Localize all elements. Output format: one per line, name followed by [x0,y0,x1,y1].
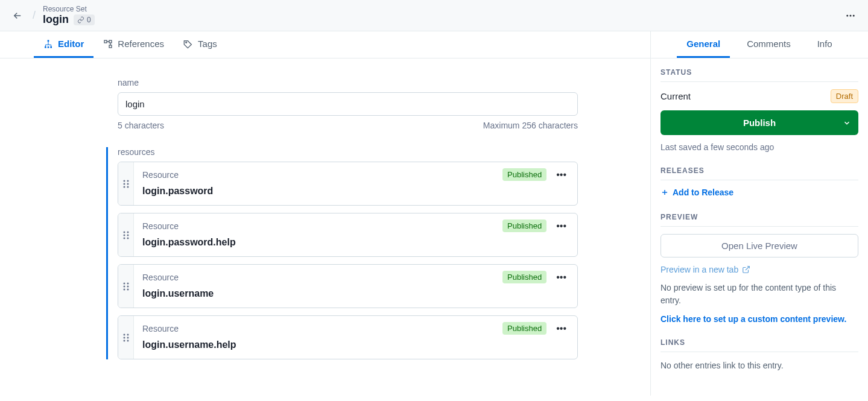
drag-handle[interactable] [118,265,134,308]
tab-references-label: References [118,39,164,49]
svg-point-23 [123,282,125,284]
card-body[interactable]: Resource Published ••• login.password.he… [134,213,577,256]
drag-handle[interactable] [118,316,134,359]
card-more-button[interactable]: ••• [554,272,569,283]
status-badge: Published [502,271,546,283]
back-button[interactable] [10,8,25,24]
resource-type-label: Resource Set [43,5,95,13]
svg-point-10 [186,42,187,43]
svg-point-29 [123,333,125,335]
resource-title: login.username.help [142,339,569,350]
name-input[interactable] [118,92,578,116]
main-tabs: Editor References Tags [0,31,650,58]
svg-rect-3 [48,40,49,42]
tab-editor-label: Editor [58,39,84,49]
svg-point-27 [123,288,125,290]
status-badge: Published [502,322,546,335]
page-title: login [43,13,69,26]
svg-point-20 [127,234,128,236]
drag-handle[interactable] [118,162,134,205]
svg-rect-8 [109,40,112,43]
svg-point-19 [123,234,125,236]
preview-new-tab-label: Preview in a new tab [661,265,738,274]
panel-releases: RELEASES Add to Release [651,157,868,203]
main-column: Editor References Tags name 5 charact [0,31,651,396]
drag-handle[interactable] [118,213,134,256]
preview-new-tab-link[interactable]: Preview in a new tab [661,265,750,274]
external-link-icon [742,265,750,274]
status-badge: Published [502,168,546,181]
svg-point-11 [123,180,125,182]
svg-rect-4 [45,46,46,48]
card-more-button[interactable]: ••• [554,221,569,232]
tab-general[interactable]: General [677,31,730,58]
link-icon [77,16,84,24]
panel-links: LINKS No other entries link to this entr… [651,329,868,377]
grip-icon [123,282,129,291]
svg-point-25 [123,285,125,287]
svg-point-17 [123,231,125,233]
sitemap-icon [43,39,53,49]
status-heading: STATUS [661,68,858,82]
name-label: name [118,78,578,87]
resource-title: login.username [142,288,569,299]
tab-references[interactable]: References [93,31,174,58]
header-more-button[interactable] [843,8,858,24]
references-icon [103,39,113,49]
grip-icon [123,230,129,240]
preview-heading: PREVIEW [661,213,858,227]
arrow-left-icon [12,10,23,21]
svg-point-1 [850,14,852,16]
setup-preview-link[interactable]: Click here to set up a custom content pr… [661,314,858,324]
publish-button[interactable]: Publish [661,110,858,135]
resource-card: Resource Published ••• login.password [118,162,578,206]
side-tabs: General Comments Info [651,31,868,58]
card-body[interactable]: Resource Published ••• login.password [134,162,577,205]
title-row: login 0 [43,13,95,26]
no-links-text: No other entries link to this entry. [661,359,858,372]
publish-label: Publish [743,118,776,128]
svg-point-21 [123,237,125,239]
svg-rect-6 [50,46,52,48]
tab-tags[interactable]: Tags [174,31,227,58]
svg-point-12 [127,180,128,182]
current-label: Current [661,91,691,101]
card-more-button[interactable]: ••• [554,323,569,334]
svg-point-14 [127,183,128,185]
resource-type: Resource [142,170,179,180]
svg-point-31 [123,336,125,338]
svg-rect-7 [104,40,107,43]
add-release-label: Add to Release [673,188,733,197]
svg-point-15 [123,186,125,188]
svg-point-0 [846,14,848,16]
tab-info[interactable]: Info [808,31,842,58]
header: / Resource Set login 0 [0,0,868,31]
tab-tags-label: Tags [198,39,217,49]
svg-point-32 [127,336,128,338]
char-max: Maximum 256 characters [483,121,578,130]
card-more-button[interactable]: ••• [554,169,569,180]
link-count-badge[interactable]: 0 [74,14,95,25]
resource-card: Resource Published ••• login.password.he… [118,213,578,257]
links-heading: LINKS [661,338,858,352]
panel-status: STATUS Current Draft Publish Last saved … [651,58,868,157]
resource-card: Resource Published ••• login.username [118,264,578,308]
header-left: / Resource Set login 0 [10,5,95,26]
releases-heading: RELEASES [661,166,858,180]
resource-title: login.password [142,186,569,197]
svg-rect-5 [48,46,49,48]
svg-point-18 [127,231,128,233]
resource-type: Resource [142,221,179,231]
svg-point-28 [127,288,128,290]
panel-preview: PREVIEW Open Live Preview Preview in a n… [651,203,868,329]
svg-point-2 [853,14,855,16]
status-row: Current Draft [661,89,858,103]
svg-point-13 [123,183,125,185]
tab-comments[interactable]: Comments [737,31,800,58]
tab-editor[interactable]: Editor [34,31,93,58]
card-body[interactable]: Resource Published ••• login.username [134,265,577,308]
last-saved: Last saved a few seconds ago [661,142,858,152]
add-release-button[interactable]: Add to Release [661,188,733,197]
open-preview-button[interactable]: Open Live Preview [661,234,858,257]
card-body[interactable]: Resource Published ••• login.username.he… [134,316,577,359]
